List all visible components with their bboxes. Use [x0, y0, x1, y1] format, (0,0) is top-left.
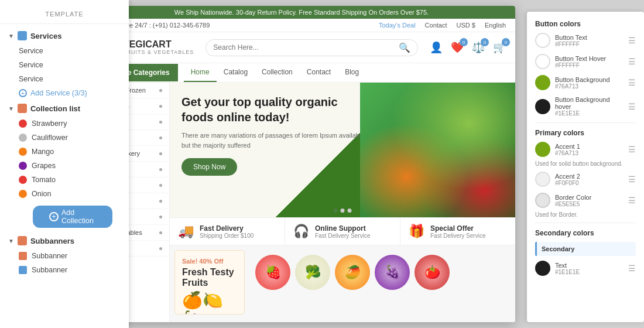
sale-label: Sale! 40% Off [182, 258, 237, 265]
border-color-swatch[interactable] [535, 193, 550, 208]
product-thumb-grapes[interactable]: 🍇 [375, 255, 410, 290]
header-icons: 👤 ❤️0 ⚖️0 🛒0 [430, 41, 506, 54]
accent2-swatch[interactable] [535, 172, 550, 187]
nav-link-contact[interactable]: Contact [300, 63, 338, 82]
cauliflower-color-icon [19, 134, 27, 142]
currency-selector[interactable]: USD $ [457, 22, 475, 29]
user-icon[interactable]: 👤 [430, 41, 443, 54]
sidebar-item-subbanner-2[interactable]: Subbanner [0, 263, 129, 277]
hero-title: Get your top quality organic foods onlin… [181, 94, 372, 125]
product-thumb-mango[interactable]: 🥭 [335, 255, 370, 290]
button-text-hover-swatch[interactable] [535, 54, 550, 69]
add-collection-container: + Add Collection [0, 201, 129, 233]
cart-badge: 0 [502, 38, 510, 46]
services-section-header[interactable]: ▼ Services [0, 28, 129, 44]
collection-list-section-header[interactable]: ▼ Collection list [0, 100, 129, 117]
banner-dot-2[interactable] [341, 209, 345, 213]
color-row-text: Text #1E1E1E ☰ [535, 261, 636, 276]
button-bg-info: Button Background #76A713 [555, 76, 624, 90]
color-row-button-text: Button Text #FFFFFF ☰ [535, 33, 636, 48]
todays-deal-link[interactable]: Today's Deal [379, 22, 416, 29]
border-color-info: Border Color #E5E5E5 [555, 194, 624, 207]
button-bg-hover-swatch[interactable] [535, 99, 550, 114]
collection-list-label: Collection list [30, 104, 80, 113]
hero-image [360, 83, 516, 217]
text-color-swatch[interactable] [535, 261, 550, 276]
product-thumb-strawberry[interactable]: 🍓 [255, 255, 290, 290]
shop-now-button[interactable]: Shop Now [181, 158, 237, 176]
border-color-menu-icon[interactable]: ☰ [628, 196, 636, 205]
add-collection-plus-icon: + [49, 212, 59, 221]
sidebar-item-service-3[interactable]: Service [0, 72, 129, 86]
sidebar-item-service-1[interactable]: Service [0, 44, 129, 58]
subbanners-section-header[interactable]: ▼ Subbanners [0, 233, 129, 249]
accent1-menu-icon[interactable]: ☰ [628, 145, 636, 154]
banner-dot-1[interactable] [334, 209, 338, 213]
compare-icon[interactable]: ⚖️0 [472, 41, 485, 54]
subbanners-label: Subbanners [30, 237, 74, 245]
sidebar-item-strawberry[interactable]: Strawberry [0, 117, 129, 131]
online-support-sub: Fast Delivery Service [315, 233, 370, 239]
nav-link-catalog[interactable]: Catalog [217, 63, 255, 82]
search-input[interactable] [213, 43, 399, 52]
grapes-color-icon [19, 162, 27, 170]
search-icon[interactable]: 🔍 [399, 42, 410, 53]
nav-links: Home Catalog Collection Contact Blog [178, 63, 366, 82]
banner-dot-3[interactable] [348, 209, 352, 213]
services-label: Services [30, 32, 62, 40]
store-header: 🛒 VEGICART FRUITS & VEGETABLES 🔍 👤 ❤️0 ⚖… [88, 32, 515, 63]
add-service-button[interactable]: + Add Service (3/3) [0, 86, 129, 100]
sidebar-item-subbanner-1[interactable]: Subbanner [0, 249, 129, 263]
button-text-hover-menu-icon[interactable]: ☰ [628, 57, 636, 66]
border-color-note: Used for Border. [535, 211, 636, 218]
subbanner1-icon [19, 252, 27, 260]
button-bg-menu-icon[interactable]: ☰ [628, 78, 636, 87]
button-text-menu-icon[interactable]: ☰ [628, 36, 636, 45]
secondary-colors-title: Secondary colors [535, 229, 636, 237]
mango-color-icon [19, 148, 27, 156]
strawberry-color-icon [19, 119, 27, 128]
nav-link-collection[interactable]: Collection [255, 63, 300, 82]
sidebar-item-tomato[interactable]: Tomato [0, 173, 129, 187]
sidebar-item-onion[interactable]: Onion [0, 187, 129, 201]
collection-list-icon [18, 104, 27, 113]
button-bg-swatch[interactable] [535, 75, 550, 90]
hero-description: There are many variations of passages of… [181, 131, 372, 150]
logo-name: VEGICART [123, 39, 194, 50]
nav-link-home[interactable]: Home [184, 63, 217, 82]
sale-fruit-image: 🍊🍋🍇 [182, 291, 237, 315]
nav-link-blog[interactable]: Blog [338, 63, 366, 82]
primary-colors-title: Primary colors [535, 129, 636, 137]
cart-icon[interactable]: 🛒0 [493, 41, 506, 54]
button-text-swatch[interactable] [535, 33, 550, 48]
sidebar-item-cauliflower[interactable]: Cauliflower [0, 131, 129, 145]
fast-delivery-icon: 🚚 [178, 224, 194, 239]
product-thumb-cauliflower[interactable]: 🥦 [295, 255, 330, 290]
accent1-swatch[interactable] [535, 142, 550, 157]
subbanners-arrow: ▼ [8, 238, 14, 244]
product-thumb-tomato[interactable]: 🍅 [415, 255, 450, 290]
left-sidebar: TEMPLATE ▼ Services Service Service Serv… [0, 0, 129, 328]
online-support-title: Online Support [315, 224, 370, 233]
sidebar-item-grapes[interactable]: Grapes [0, 159, 129, 173]
feature-fast-delivery: 🚚 Fast Delivery Shipping Order $100 [170, 218, 285, 245]
sidebar-item-service-2[interactable]: Service [0, 58, 129, 72]
special-offer-title: Special Offer [430, 224, 485, 233]
wishlist-icon[interactable]: ❤️0 [451, 41, 464, 54]
search-bar[interactable]: 🔍 [205, 39, 418, 56]
text-color-info: Text #1E1E1E [555, 262, 624, 275]
language-selector[interactable]: English [485, 22, 506, 29]
logo-text: VEGICART FRUITS & VEGETABLES [123, 39, 194, 55]
color-row-border: Border Color #E5E5E5 ☰ [535, 193, 636, 208]
secondary-label: Secondary [535, 242, 636, 256]
accent2-menu-icon[interactable]: ☰ [628, 175, 636, 184]
text-color-menu-icon[interactable]: ☰ [628, 264, 636, 273]
add-collection-button[interactable]: + Add Collection [33, 206, 112, 228]
special-offer-icon: 🎁 [409, 224, 424, 239]
hero-content: Get your top quality organic foods onlin… [181, 94, 372, 176]
sidebar-item-mango[interactable]: Mango [0, 145, 129, 159]
contact-link[interactable]: Contact [425, 22, 447, 29]
hero-banner: Get your top quality organic foods onlin… [170, 83, 515, 217]
cat-arrow-veg [159, 168, 162, 171]
button-bg-hover-menu-icon[interactable]: ☰ [628, 102, 636, 111]
